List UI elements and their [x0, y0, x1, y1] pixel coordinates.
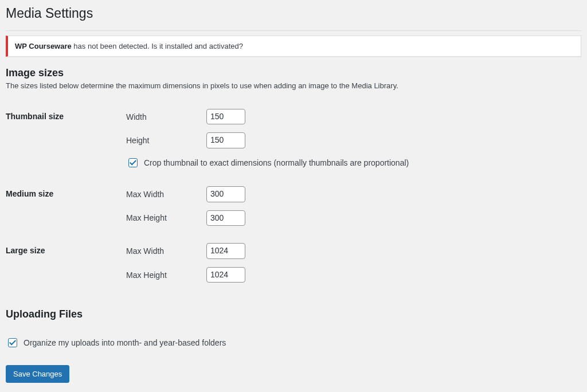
- medium-max-width-input[interactable]: [206, 186, 245, 202]
- large-row: Large size Max Width Max Height: [6, 234, 581, 291]
- image-sizes-table: Thumbnail size Width Height Crop thumbna…: [6, 100, 581, 292]
- large-max-height-input[interactable]: [206, 267, 245, 283]
- medium-row: Medium size Max Width Max Height: [6, 178, 581, 234]
- thumbnail-label: Thumbnail size: [6, 100, 126, 178]
- thumbnail-crop-label-wrap[interactable]: Crop thumbnail to exact dimensions (norm…: [126, 156, 409, 169]
- title-divider: [6, 30, 581, 31]
- medium-max-height-input[interactable]: [206, 210, 245, 226]
- save-changes-button[interactable]: Save Changes: [6, 365, 69, 383]
- organize-uploads-text: Organize my uploads into month- and year…: [24, 338, 226, 347]
- thumbnail-width-label: Width: [126, 112, 206, 121]
- large-max-width-input[interactable]: [206, 243, 245, 259]
- medium-max-width-label: Max Width: [126, 190, 206, 199]
- thumbnail-row: Thumbnail size Width Height Crop thumbna…: [6, 100, 581, 178]
- large-label: Large size: [6, 234, 126, 291]
- image-sizes-heading: Image sizes: [6, 67, 581, 79]
- thumbnail-height-label: Height: [126, 136, 206, 145]
- notice-error: WP Courseware has not been detected. Is …: [6, 36, 581, 57]
- medium-max-height-label: Max Height: [126, 213, 206, 222]
- notice-plugin-name: WP Courseware: [15, 42, 72, 50]
- large-max-width-label: Max Width: [126, 246, 206, 256]
- uploading-heading: Uploading Files: [6, 308, 581, 320]
- thumbnail-width-input[interactable]: [206, 109, 245, 125]
- thumbnail-crop-checkbox[interactable]: [128, 158, 138, 167]
- thumbnail-height-input[interactable]: [206, 132, 245, 148]
- page-title: Media Settings: [6, 0, 581, 30]
- medium-label: Medium size: [6, 178, 126, 234]
- notice-message: has not been detected. Is it installed a…: [72, 42, 243, 50]
- organize-uploads-checkbox[interactable]: [8, 338, 17, 347]
- image-sizes-description: The sizes listed below determine the max…: [6, 81, 581, 90]
- large-max-height-label: Max Height: [126, 271, 206, 280]
- organize-uploads-label-wrap[interactable]: Organize my uploads into month- and year…: [6, 336, 226, 349]
- thumbnail-crop-text: Crop thumbnail to exact dimensions (norm…: [144, 158, 409, 167]
